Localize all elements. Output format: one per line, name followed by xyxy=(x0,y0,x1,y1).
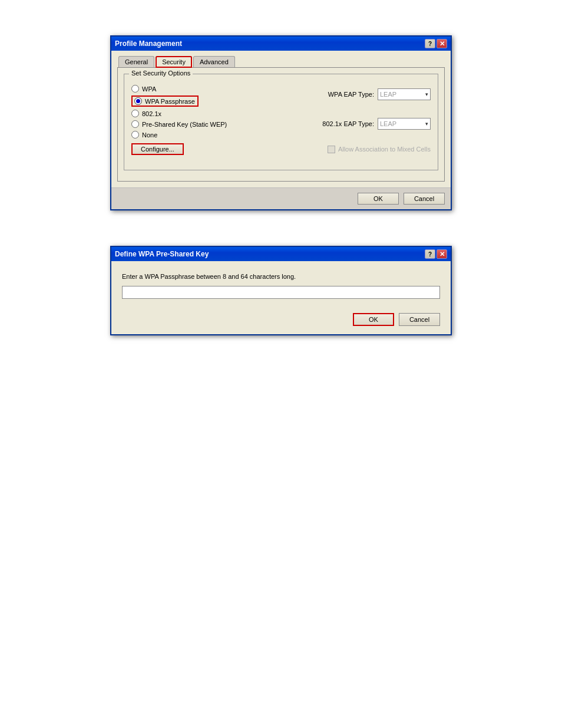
radio-preshared[interactable] xyxy=(131,120,139,128)
security-tab-panel: Set Security Options WPA WPA EAP Type: L… xyxy=(117,67,445,182)
wpa-instruction: Enter a WPA Passphrase between 8 and 64 … xyxy=(122,273,440,280)
dialog1-title-area: Profile Management xyxy=(115,39,182,48)
dialog1-titlebar-buttons: ? ✕ xyxy=(425,39,447,48)
radio-none[interactable] xyxy=(131,131,139,139)
dialog1-titlebar: Profile Management ? ✕ xyxy=(111,37,451,51)
profile-management-dialog: Profile Management ? ✕ General Security … xyxy=(110,35,452,210)
tab-security[interactable]: Security xyxy=(156,56,192,68)
wpa-dialog: Define WPA Pre-Shared Key ? ✕ Enter a WP… xyxy=(110,246,452,335)
radio-wpa-label: WPA xyxy=(142,85,156,93)
wpa-passphrase-input[interactable] xyxy=(122,286,440,299)
dialog1-help-button[interactable]: ? xyxy=(425,39,435,48)
dialog1-close-button[interactable]: ✕ xyxy=(437,39,447,48)
radio-none-label: None xyxy=(142,131,157,139)
radio-8021x[interactable] xyxy=(131,110,139,117)
groupbox-legend: Set Security Options xyxy=(129,70,193,77)
radio-row-none: None xyxy=(131,131,431,139)
8021x-eap-type-select[interactable]: LEAP ▾ xyxy=(378,118,431,130)
dialog1-title: Profile Management xyxy=(115,39,182,48)
radio-row-8021x: 802.1x 802.1x EAP Type: LEAP ▾ xyxy=(131,110,431,117)
wpa-eap-type-arrow: ▾ xyxy=(425,91,428,97)
wpa-close-button[interactable]: ✕ xyxy=(437,249,447,259)
wpa-help-button[interactable]: ? xyxy=(425,249,435,259)
wpa-eap-type-row: WPA EAP Type: LEAP ▾ xyxy=(328,88,431,100)
bottom-row: Configure... Allow Association to Mixed … xyxy=(131,143,431,155)
dialog1-body: General Security Advanced Set Security O… xyxy=(111,51,451,187)
dialog1-cancel-button[interactable]: Cancel xyxy=(404,193,445,205)
allow-association-label: Allow Association to Mixed Cells xyxy=(338,146,431,153)
8021x-eap-type-arrow: ▾ xyxy=(425,121,428,127)
radio-row-wpa: WPA WPA EAP Type: LEAP ▾ xyxy=(131,85,431,93)
dialog1-ok-button[interactable]: OK xyxy=(358,193,399,205)
wpa-dialog-body: Enter a WPA Passphrase between 8 and 64 … xyxy=(111,261,451,307)
radio-preshared-label: Pre-Shared Key (Static WEP) xyxy=(142,121,227,128)
wpa-ok-button[interactable]: OK xyxy=(353,313,394,326)
radio-8021x-label: 802.1x xyxy=(142,110,161,117)
allow-association-checkbox[interactable] xyxy=(328,146,335,153)
8021x-eap-type-label: 802.1x EAP Type: xyxy=(322,120,374,127)
wpa-cancel-button[interactable]: Cancel xyxy=(399,313,440,326)
wpa-dialog-titlebar: Define WPA Pre-Shared Key ? ✕ xyxy=(111,247,451,261)
allow-association-row: Allow Association to Mixed Cells xyxy=(328,146,431,153)
tab-advanced[interactable]: Advanced xyxy=(193,56,235,68)
dialog1-footer: OK Cancel xyxy=(111,187,451,209)
security-options-groupbox: Set Security Options WPA WPA EAP Type: L… xyxy=(124,74,438,170)
wpa-dialog-title: Define WPA Pre-Shared Key xyxy=(115,250,209,258)
wpa-eap-type-label: WPA EAP Type: xyxy=(328,91,374,98)
wpa-titlebar-buttons: ? ✕ xyxy=(425,249,447,259)
wpa-eap-type-select[interactable]: LEAP ▾ xyxy=(378,88,431,100)
wpa-dialog-footer: OK Cancel xyxy=(111,307,451,334)
security-options-content: WPA WPA EAP Type: LEAP ▾ xyxy=(131,85,431,162)
radio-wpa-passphrase-label: WPA Passphrase xyxy=(145,98,195,105)
radio-wpa[interactable] xyxy=(131,85,139,93)
8021x-eap-type-value: LEAP xyxy=(380,120,396,127)
wpa-dialog-title-area: Define WPA Pre-Shared Key xyxy=(115,250,209,258)
wpa-passphrase-highlight-wrapper: WPA Passphrase xyxy=(131,95,199,107)
configure-button[interactable]: Configure... xyxy=(131,143,184,155)
radio-wpa-passphrase[interactable] xyxy=(134,97,142,105)
tab-general[interactable]: General xyxy=(118,56,154,68)
tabs-bar: General Security Advanced xyxy=(117,55,445,67)
8021x-eap-type-row: 802.1x EAP Type: LEAP ▾ xyxy=(322,118,431,130)
wpa-eap-type-value: LEAP xyxy=(380,91,396,98)
